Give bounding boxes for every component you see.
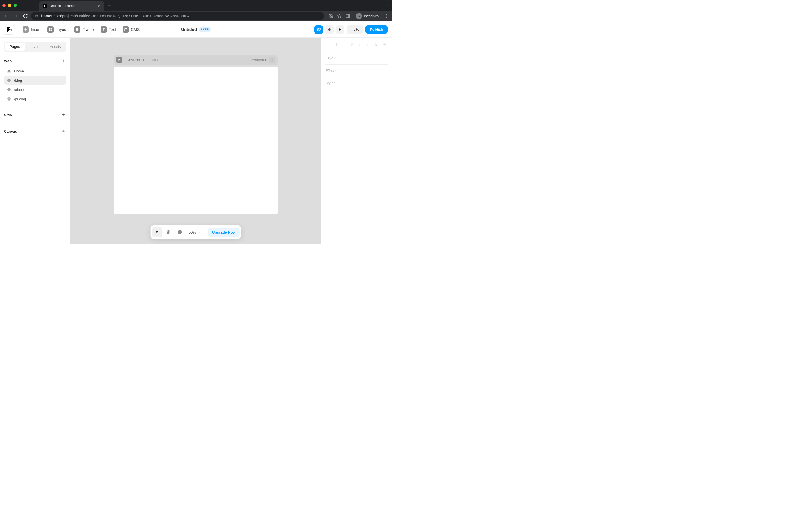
add-page-button[interactable]: + — [61, 58, 66, 63]
window-minimize-button[interactable] — [8, 4, 11, 7]
layout-icon — [47, 26, 54, 33]
breakpoint-text: Breakpoint — [249, 58, 267, 62]
bookmark-star-icon[interactable] — [337, 13, 342, 19]
chevron-down-icon — [198, 231, 200, 233]
address-bar[interactable]: framer.com/projects/Untitled--mZ98oDWaPJ… — [31, 12, 324, 20]
distribute-v-button[interactable] — [382, 42, 388, 48]
incognito-badge[interactable]: Incognito — [354, 12, 381, 20]
section-cms-title: CMS — [4, 113, 12, 117]
browser-tab-strip: Untitled – Framer ✕ + — [0, 0, 392, 11]
app-toolbar: Insert Layout Frame Text CMS Untitled FR… — [0, 21, 392, 38]
window-maximize-button[interactable] — [13, 4, 17, 7]
canvas[interactable]: Desktop ▾ 1200 Breakpoint + 50% — [70, 38, 321, 244]
browser-tab-title: Untitled – Framer — [50, 4, 95, 8]
text-button[interactable]: Text — [98, 25, 119, 34]
hand-icon — [166, 230, 171, 235]
distribute-h-button[interactable] — [373, 42, 380, 48]
plus-icon — [22, 26, 29, 33]
globe-icon — [7, 78, 11, 82]
tab-layers[interactable]: Layers — [25, 43, 45, 51]
add-canvas-button[interactable]: + — [61, 129, 66, 134]
upgrade-button[interactable]: Upgrade Now — [208, 228, 240, 237]
browser-forward-button[interactable] — [12, 12, 20, 20]
cursor-icon — [154, 230, 160, 235]
svg-point-2 — [386, 14, 387, 15]
frame-button[interactable]: Frame — [71, 25, 96, 34]
align-bottom-button[interactable] — [365, 42, 371, 48]
cms-button[interactable]: CMS — [120, 25, 142, 34]
tab-assets[interactable]: Assets — [45, 43, 65, 51]
eye-off-icon[interactable] — [328, 13, 334, 19]
breakpoint-width[interactable]: 1200 — [150, 58, 158, 62]
panel-styles-section[interactable]: Styles — [325, 77, 388, 89]
svg-point-9 — [124, 28, 127, 29]
browser-reload-button[interactable] — [21, 12, 29, 20]
right-panel: Layout Effects Styles — [321, 38, 392, 244]
user-avatar[interactable]: SJ — [314, 25, 323, 34]
align-center-v-button[interactable] — [357, 42, 364, 48]
page-item-home[interactable]: Home — [4, 66, 66, 75]
incognito-label: Incognito — [364, 14, 378, 18]
invite-button[interactable]: Invite — [347, 25, 363, 34]
hand-tool-button[interactable] — [163, 227, 173, 237]
document-title-area: Untitled FREE — [181, 27, 211, 32]
window-close-button[interactable] — [2, 4, 6, 7]
artboard[interactable] — [114, 67, 278, 214]
section-canvas-title: Canvas — [4, 129, 17, 133]
database-icon — [123, 26, 129, 33]
breakpoint-bar: Desktop ▾ 1200 Breakpoint + — [114, 55, 278, 65]
insert-button[interactable]: Insert — [20, 25, 43, 34]
canvas-tools-bar: 50% Upgrade Now — [150, 225, 241, 239]
tab-close-button[interactable]: ✕ — [98, 4, 101, 8]
new-tab-button[interactable]: + — [108, 3, 111, 8]
comment-tool-button[interactable] — [174, 227, 185, 237]
cursor-icon — [9, 27, 13, 34]
chevron-down-icon[interactable]: ▾ — [143, 58, 144, 61]
panel-effects-section[interactable]: Effects — [325, 64, 388, 77]
select-tool-button[interactable] — [152, 227, 162, 237]
page-item-pricing[interactable]: /pricing — [4, 94, 66, 103]
layout-button[interactable]: Layout — [45, 25, 70, 34]
add-cms-button[interactable]: + — [61, 112, 66, 117]
align-top-button[interactable] — [349, 42, 356, 48]
tab-list-dropdown-icon[interactable] — [386, 3, 389, 8]
align-right-button[interactable] — [342, 42, 348, 48]
document-title[interactable]: Untitled — [181, 27, 197, 32]
browser-menu-icon[interactable] — [384, 13, 389, 19]
preview-button[interactable] — [336, 25, 344, 34]
svg-point-3 — [386, 16, 387, 17]
window-controls — [2, 4, 17, 7]
page-item-about[interactable]: /about — [4, 85, 66, 94]
publish-button[interactable]: Publish — [365, 25, 388, 34]
svg-rect-1 — [349, 14, 350, 18]
play-icon — [338, 27, 342, 32]
url-text: framer.com/projects/Untitled--mZ98oDWaPJ… — [41, 14, 190, 18]
alignment-controls — [325, 42, 388, 52]
section-web-title: Web — [4, 59, 11, 63]
svg-rect-7 — [51, 30, 52, 31]
browser-address-row: framer.com/projects/Untitled--mZ98oDWaPJ… — [0, 11, 392, 21]
preview-breakpoint-button[interactable] — [116, 57, 122, 62]
frame-icon — [74, 26, 80, 33]
comment-icon — [177, 230, 182, 235]
zoom-select[interactable]: 50% — [186, 230, 203, 234]
settings-button[interactable] — [325, 25, 334, 34]
panel-layout-section[interactable]: Layout — [325, 52, 388, 64]
text-icon — [101, 26, 107, 33]
main-menu-button[interactable] — [4, 24, 14, 35]
breakpoint-label[interactable]: Desktop — [126, 58, 140, 62]
browser-back-button[interactable] — [2, 12, 10, 20]
page-item-blog[interactable]: /blog — [4, 76, 66, 85]
svg-rect-5 — [49, 28, 50, 31]
left-panel: Pages Layers Assets Web + Home /blog /ab… — [0, 38, 70, 244]
svg-point-13 — [177, 230, 182, 234]
side-panel-icon[interactable] — [345, 13, 351, 19]
add-breakpoint-button[interactable]: + — [269, 57, 275, 63]
align-center-h-button[interactable] — [333, 42, 340, 48]
svg-rect-8 — [76, 28, 79, 31]
tab-pages[interactable]: Pages — [5, 43, 25, 51]
align-left-button[interactable] — [325, 42, 332, 48]
framer-favicon-icon — [43, 4, 47, 8]
browser-tab[interactable]: Untitled – Framer ✕ — [40, 1, 104, 11]
globe-icon — [7, 97, 11, 101]
